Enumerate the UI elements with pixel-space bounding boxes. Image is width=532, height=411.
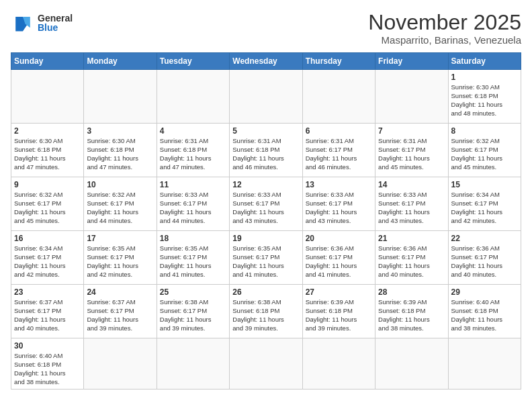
day-info: Sunrise: 6:36 AMSunset: 6:17 PMDaylight:… [306,244,372,279]
calendar-cell: 16Sunrise: 6:34 AMSunset: 6:17 PMDayligh… [11,231,84,285]
calendar-cell [302,70,375,124]
calendar-cell: 3Sunrise: 6:30 AMSunset: 6:18 PMDaylight… [84,124,157,177]
weekday-header-row: SundayMondayTuesdayWednesdayThursdayFrid… [11,53,521,70]
calendar-cell: 27Sunrise: 6:39 AMSunset: 6:18 PMDayligh… [302,285,375,338]
day-number: 30 [14,341,81,351]
calendar-cell: 12Sunrise: 6:33 AMSunset: 6:17 PMDayligh… [230,177,302,231]
title-area: November 2025 Masparrito, Barinas, Venez… [368,11,521,46]
day-info: Sunrise: 6:33 AMSunset: 6:17 PMDaylight:… [378,191,445,225]
weekday-header-wednesday: Wednesday [230,53,302,70]
calendar-week-row: 23Sunrise: 6:37 AMSunset: 6:17 PMDayligh… [11,285,521,338]
day-info: Sunrise: 6:38 AMSunset: 6:18 PMDaylight:… [232,298,299,332]
calendar-week-row: 9Sunrise: 6:32 AMSunset: 6:17 PMDaylight… [11,177,521,231]
calendar-cell [84,338,157,390]
calendar-cell: 18Sunrise: 6:35 AMSunset: 6:17 PMDayligh… [157,231,229,285]
calendar-cell: 30Sunrise: 6:40 AMSunset: 6:18 PMDayligh… [11,338,84,390]
day-number: 3 [87,126,153,136]
day-number: 13 [306,180,372,189]
day-info: Sunrise: 6:30 AMSunset: 6:18 PMDaylight:… [87,137,153,171]
weekday-header-tuesday: Tuesday [157,53,229,70]
day-number: 1 [451,73,518,82]
day-info: Sunrise: 6:34 AMSunset: 6:17 PMDaylight:… [451,191,518,225]
calendar-cell: 6Sunrise: 6:31 AMSunset: 6:17 PMDaylight… [302,124,375,177]
day-number: 18 [160,234,226,243]
logo: General Blue [11,11,73,35]
calendar-cell: 24Sunrise: 6:37 AMSunset: 6:17 PMDayligh… [84,285,157,338]
calendar-cell [230,70,302,124]
calendar-cell: 23Sunrise: 6:37 AMSunset: 6:17 PMDayligh… [11,285,84,338]
calendar-cell: 15Sunrise: 6:34 AMSunset: 6:17 PMDayligh… [448,177,521,231]
day-number: 20 [306,234,372,243]
calendar-cell [84,70,157,124]
calendar-cell: 25Sunrise: 6:38 AMSunset: 6:17 PMDayligh… [157,285,229,338]
weekday-header-friday: Friday [375,53,448,70]
day-number: 25 [160,287,226,297]
day-number: 22 [451,234,518,243]
calendar-cell: 17Sunrise: 6:35 AMSunset: 6:17 PMDayligh… [84,231,157,285]
day-number: 11 [160,180,226,189]
calendar-cell [157,70,229,124]
day-info: Sunrise: 6:31 AMSunset: 6:18 PMDaylight:… [232,137,299,171]
calendar-week-row: 16Sunrise: 6:34 AMSunset: 6:17 PMDayligh… [11,231,521,285]
weekday-header-saturday: Saturday [448,53,521,70]
day-info: Sunrise: 6:31 AMSunset: 6:17 PMDaylight:… [306,137,372,171]
calendar-cell [157,338,229,390]
day-number: 14 [378,180,445,189]
month-title: November 2025 [368,11,521,34]
calendar-week-row: 1Sunrise: 6:30 AMSunset: 6:18 PMDaylight… [11,70,521,124]
day-info: Sunrise: 6:30 AMSunset: 6:18 PMDaylight:… [451,83,518,118]
day-number: 17 [87,234,153,243]
calendar-cell: 5Sunrise: 6:31 AMSunset: 6:18 PMDaylight… [230,124,302,177]
calendar-cell: 29Sunrise: 6:40 AMSunset: 6:18 PMDayligh… [448,285,521,338]
day-number: 16 [14,234,81,243]
calendar-cell: 11Sunrise: 6:33 AMSunset: 6:17 PMDayligh… [157,177,229,231]
day-number: 12 [232,180,299,189]
day-number: 24 [87,287,153,297]
day-number: 7 [378,126,445,136]
day-info: Sunrise: 6:32 AMSunset: 6:17 PMDaylight:… [14,191,81,225]
calendar-cell: 13Sunrise: 6:33 AMSunset: 6:17 PMDayligh… [302,177,375,231]
day-number: 21 [378,234,445,243]
calendar-cell [375,70,448,124]
day-number: 29 [451,287,518,297]
day-info: Sunrise: 6:32 AMSunset: 6:17 PMDaylight:… [87,191,153,225]
location-title: Masparrito, Barinas, Venezuela [368,34,521,46]
logo-text: General Blue [38,13,73,32]
day-number: 23 [14,287,81,297]
calendar-cell: 4Sunrise: 6:31 AMSunset: 6:18 PMDaylight… [157,124,229,177]
day-number: 19 [232,234,299,243]
day-number: 15 [451,180,518,189]
day-info: Sunrise: 6:32 AMSunset: 6:17 PMDaylight:… [451,137,518,171]
day-number: 27 [306,287,372,297]
day-info: Sunrise: 6:40 AMSunset: 6:18 PMDaylight:… [14,352,81,386]
calendar-cell: 19Sunrise: 6:35 AMSunset: 6:17 PMDayligh… [230,231,302,285]
day-number: 9 [14,180,81,189]
day-info: Sunrise: 6:36 AMSunset: 6:17 PMDaylight:… [378,244,445,279]
day-info: Sunrise: 6:37 AMSunset: 6:17 PMDaylight:… [14,298,81,332]
day-info: Sunrise: 6:39 AMSunset: 6:18 PMDaylight:… [306,298,372,332]
day-number: 4 [160,126,226,136]
day-info: Sunrise: 6:36 AMSunset: 6:17 PMDaylight:… [451,244,518,279]
calendar-cell [448,338,521,390]
day-info: Sunrise: 6:37 AMSunset: 6:17 PMDaylight:… [87,298,153,332]
day-info: Sunrise: 6:30 AMSunset: 6:18 PMDaylight:… [14,137,81,171]
calendar-cell: 10Sunrise: 6:32 AMSunset: 6:17 PMDayligh… [84,177,157,231]
logo-icon [11,11,35,35]
day-info: Sunrise: 6:39 AMSunset: 6:18 PMDaylight:… [378,298,445,332]
calendar-cell [11,70,84,124]
calendar-cell: 7Sunrise: 6:31 AMSunset: 6:17 PMDaylight… [375,124,448,177]
calendar-cell: 21Sunrise: 6:36 AMSunset: 6:17 PMDayligh… [375,231,448,285]
day-info: Sunrise: 6:33 AMSunset: 6:17 PMDaylight:… [160,191,226,225]
calendar-cell [375,338,448,390]
day-number: 6 [306,126,372,136]
weekday-header-sunday: Sunday [11,53,84,70]
calendar-cell: 22Sunrise: 6:36 AMSunset: 6:17 PMDayligh… [448,231,521,285]
day-number: 10 [87,180,153,189]
day-info: Sunrise: 6:31 AMSunset: 6:17 PMDaylight:… [378,137,445,171]
calendar-cell: 28Sunrise: 6:39 AMSunset: 6:18 PMDayligh… [375,285,448,338]
day-info: Sunrise: 6:34 AMSunset: 6:17 PMDaylight:… [14,244,81,279]
calendar-cell: 26Sunrise: 6:38 AMSunset: 6:18 PMDayligh… [230,285,302,338]
calendar-cell [230,338,302,390]
logo-blue: Blue [38,23,73,32]
calendar-cell: 20Sunrise: 6:36 AMSunset: 6:17 PMDayligh… [302,231,375,285]
